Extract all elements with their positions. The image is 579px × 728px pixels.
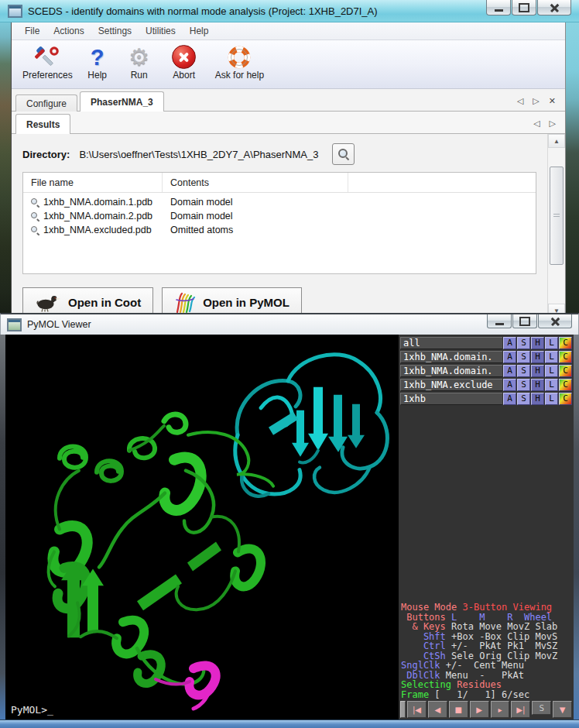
object-button-l[interactable]: L — [545, 365, 558, 377]
table-row[interactable]: 1xhb_NMA.domain.2.pdbDomain model — [23, 209, 536, 223]
pymol-body: PyMOL>_ allASHLC1xhb_NMA.domain.ASHLC1xh… — [0, 335, 579, 719]
minimize-icon — [495, 9, 503, 12]
object-button-h[interactable]: H — [531, 393, 544, 405]
pymol-ribbon-icon — [174, 292, 196, 314]
pymol-maximize-button[interactable] — [512, 314, 537, 328]
column-header-contents[interactable]: Contents — [163, 173, 348, 192]
playback-skip-end-button[interactable]: ▶| — [511, 701, 530, 718]
object-button-a[interactable]: A — [503, 379, 516, 391]
object-name[interactable]: 1xhb_NMA.domain. — [400, 351, 502, 363]
column-header-file-name[interactable]: File name — [23, 173, 163, 192]
pymol-minimize-button[interactable] — [487, 314, 512, 328]
tab-results[interactable]: Results — [15, 114, 70, 134]
object-button-a[interactable]: A — [503, 393, 516, 405]
tab-scroll-right-icon[interactable]: ▷ — [533, 96, 539, 106]
tab-close-icon[interactable]: ✕ — [549, 96, 556, 106]
object-button-c[interactable]: C — [559, 337, 572, 349]
protein-scene — [5, 335, 399, 719]
object-button-s[interactable]: S — [517, 337, 530, 349]
scrollbar-thumb[interactable] — [550, 167, 564, 265]
object-button-l[interactable]: L — [545, 379, 558, 391]
object-button-c[interactable]: C — [559, 393, 572, 405]
pymol-app-icon — [7, 318, 22, 331]
object-button-s[interactable]: S — [517, 379, 530, 391]
results-pane: Directory: B:\Users\oeffner\Tests\1XHB_2… — [12, 134, 565, 318]
mouse-mode-panel: Mouse Mode 3-Button Viewing Buttons L M … — [399, 603, 574, 699]
close-button[interactable] — [537, 0, 571, 15]
question-icon: ? — [85, 44, 110, 70]
object-button-c[interactable]: C — [559, 365, 572, 377]
question-glyph: ? — [91, 46, 104, 69]
file-contents-cell: Omitted atoms — [163, 225, 348, 235]
mouse-panel-line: Frame [ 1/ 1] 6/sec — [399, 690, 574, 700]
tools-icon — [35, 44, 60, 70]
pymol-titlebar[interactable]: PyMOL Viewer — [0, 313, 579, 335]
object-name[interactable]: 1xhb — [400, 393, 502, 405]
file-table-body: 1xhb_NMA.domain.1.pdbDomain model1xhb_NM… — [23, 193, 536, 237]
menu-item-actions[interactable]: Actions — [46, 23, 91, 39]
playback-menu-down-button[interactable]: ▼ — [553, 701, 572, 718]
menu-item-settings[interactable]: Settings — [91, 23, 139, 39]
object-name[interactable]: all — [400, 337, 502, 349]
object-button-h[interactable]: H — [531, 351, 544, 363]
table-row[interactable]: 1xhb_NMA.excluded.pdbOmitted atoms — [23, 223, 536, 237]
browse-directory-button[interactable] — [332, 143, 355, 165]
object-button-c[interactable]: C — [559, 351, 572, 363]
toolbar-label: Preferences — [22, 70, 73, 81]
playback-step-forward-button[interactable]: ▸ — [491, 701, 510, 718]
menu-item-utilities[interactable]: Utilities — [139, 23, 183, 39]
toolbar-abort[interactable]: Abort — [163, 43, 206, 81]
object-name[interactable]: 1xhb_NMA.domain. — [400, 365, 502, 377]
sceds-titlebar[interactable]: SCEDS - identify domains with normal mod… — [0, 0, 579, 22]
object-button-h[interactable]: H — [531, 337, 544, 349]
toolbar-ask-for-help[interactable]: Ask for help — [206, 43, 273, 81]
object-button-s[interactable]: S — [517, 365, 530, 377]
gear-icon: ⚙ — [127, 44, 152, 70]
object-name[interactable]: 1xhb_NMA.exclude — [400, 379, 502, 391]
tab-phasernma_3[interactable]: PhaserNMA_3 — [80, 91, 164, 112]
playback-stop-button[interactable]: ■ — [449, 701, 468, 718]
toolbar-help[interactable]: ? Help — [79, 43, 116, 81]
inner-tab-scroll-left-icon[interactable]: ◁ — [533, 118, 540, 129]
object-button-l[interactable]: L — [545, 351, 558, 363]
pymol-window-title: PyMOL Viewer — [27, 319, 91, 330]
object-button-a[interactable]: A — [503, 365, 516, 377]
playback-skip-start-button[interactable]: |◀ — [407, 701, 427, 718]
maximize-button[interactable] — [512, 0, 536, 15]
scroll-up-icon[interactable]: ▲ — [548, 134, 565, 148]
object-button-l[interactable]: L — [545, 337, 558, 349]
object-button-h[interactable]: H — [531, 379, 544, 391]
playback-step-back-button[interactable]: ◀ — [428, 701, 447, 718]
object-button-h[interactable]: H — [531, 365, 544, 377]
menu-item-help[interactable]: Help — [183, 23, 216, 39]
playback-s-toggle-button[interactable]: S — [532, 701, 551, 715]
object-button-s[interactable]: S — [517, 393, 530, 405]
tab-bar: ConfigurePhaserNMA_3 ◁ ▷ ✕ — [12, 89, 565, 112]
tab-scroll-left-icon[interactable]: ◁ — [517, 96, 523, 106]
menu-item-file[interactable]: File — [18, 23, 46, 39]
object-button-l[interactable]: L — [545, 393, 558, 405]
object-button-a[interactable]: A — [503, 337, 516, 349]
playback-play-button[interactable]: ▶ — [470, 701, 489, 718]
toolbar-run[interactable]: ⚙ Run — [116, 43, 163, 81]
toolbar-preferences[interactable]: Preferences — [16, 43, 79, 81]
object-button-c[interactable]: C — [559, 379, 572, 391]
table-row[interactable]: 1xhb_NMA.domain.1.pdbDomain model — [23, 195, 536, 209]
scrollbar-track[interactable] — [548, 148, 565, 304]
object-button-s[interactable]: S — [517, 351, 530, 363]
playback-bar: |◀◀■▶▸▶|S▼ — [399, 699, 574, 719]
inner-tab-scroll-right-icon[interactable]: ▷ — [550, 118, 556, 129]
pymol-viewport[interactable]: PyMOL>_ — [5, 335, 399, 719]
object-button-a[interactable]: A — [503, 351, 516, 363]
open-in-pymol-label: Open in PyMOL — [203, 296, 290, 309]
pymol-command-prompt[interactable]: PyMOL>_ — [11, 704, 53, 716]
close-icon — [550, 3, 560, 12]
magnifier-icon — [31, 226, 39, 235]
pymol-close-button[interactable] — [538, 314, 572, 328]
minimize-button[interactable] — [486, 0, 511, 15]
tab-configure[interactable]: Configure — [15, 94, 77, 112]
tab-bar-controls: ◁ ▷ ✕ — [517, 96, 565, 106]
sceds-app-icon — [8, 5, 22, 18]
vertical-scrollbar[interactable]: ▲ ▼ — [547, 134, 565, 318]
file-name-cell: 1xhb_NMA.domain.2.pdb — [23, 211, 163, 221]
